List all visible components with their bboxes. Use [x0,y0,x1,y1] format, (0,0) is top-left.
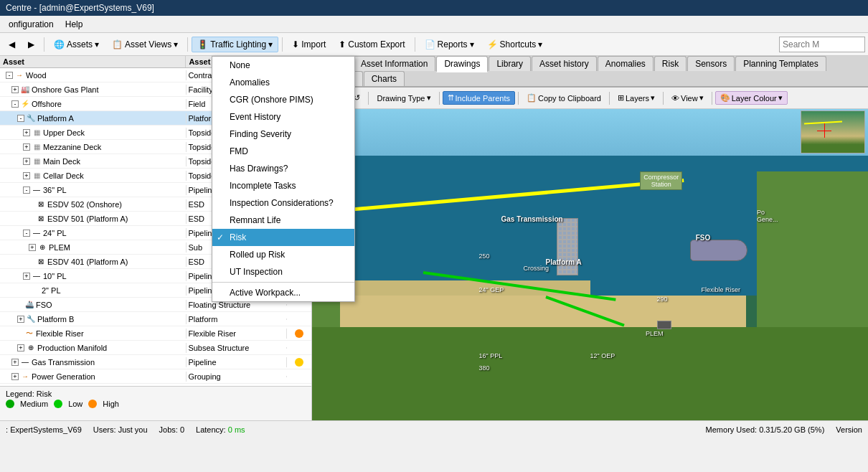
expand-cellardeck[interactable]: + [23,172,30,179]
dropdown-cgr[interactable]: CGR (Onshore PIMS) [212,91,354,108]
draw-sep3 [518,92,519,105]
nav-back-button[interactable]: ◀ [3,37,21,52]
dropdown-ut-inspection[interactable]: UT Inspection [212,263,354,280]
copy-clipboard-button[interactable]: 📋 Copy to Clipboard [522,91,606,105]
include-parents-button[interactable]: ⇈ Include Parents [443,91,515,105]
tab-anomalies[interactable]: Anomalies [598,56,654,71]
marker-290: 290 [657,296,668,303]
drawing-type-button[interactable]: Drawing Type ▾ [372,91,435,105]
pl24-label: 24" PL [43,229,67,237]
menu-help[interactable]: Help [60,18,89,31]
nav-forward-button[interactable]: ▶ [22,37,40,52]
status-latency: Latency: 0 ms [196,425,245,434]
globe-icon: 🌐 [54,39,65,49]
list-item[interactable]: + — Gas Transmission Pipeline [0,355,311,369]
tab-drawings[interactable]: Drawings [436,56,488,72]
expand-upperdeck[interactable]: + [23,129,30,136]
expand-manifold[interactable]: + [17,344,24,351]
menubar: onfiguration Help [0,16,868,33]
mezzdeck-label: Mezzanine Deck [43,143,101,151]
expand-24pl[interactable]: - [23,230,30,237]
upperdeck-icon: ▦ [32,128,42,138]
platformb-icon: 🔧 [26,314,36,324]
legend-items: Medium Low High [6,400,306,408]
legend-high-label: High [103,400,119,408]
plem-icon: ⊕ [37,242,47,252]
dropdown-incomplete-tasks[interactable]: Incomplete Tasks [212,177,354,194]
expand-platformb[interactable]: + [17,316,24,323]
dropdown-inspection[interactable]: Inspection Considerations? [212,194,354,212]
dropdown-rolled-up-risk[interactable]: Rolled up Risk [212,246,354,263]
asset-views-button[interactable]: 📋 Asset Views ▾ [106,37,184,52]
flexible-riser-map-label: Flexible Riser [702,286,741,293]
expand-powergen[interactable]: + [11,373,19,380]
esdv401-label: ESDV 401 (Platform A) [47,258,128,266]
check-icon: ✓ [217,232,224,242]
plem-label: PLEM [49,243,70,252]
view-icon: 👁 [671,94,679,103]
mezzdeck-icon: ▦ [32,142,42,152]
dropdown-anomalies[interactable]: Anomalies [212,74,354,91]
list-item[interactable]: + 🔧 Platform B Platform [0,312,311,326]
list-item[interactable]: 〜 Flexible Riser Flexible Riser [0,326,311,341]
legend-title: Legend: Risk [6,390,306,398]
tab-asset-info[interactable]: Asset Information [353,56,435,71]
expand-wood[interactable]: - [6,72,13,79]
fso-icon: 🚢 [24,300,34,310]
right-panel: Asset Asset Information Drawings Library… [312,56,868,420]
reports-button[interactable]: 📄 Reports ▾ [419,37,480,52]
layer-colour-button[interactable]: 🎨 Layer Colour ▾ [715,91,788,105]
separator-4 [415,37,415,52]
assets-button[interactable]: 🌐 Assets ▾ [48,37,105,52]
dropdown-fmd[interactable]: FMD [212,143,354,160]
expand-maindeck[interactable]: + [23,158,30,165]
expand-platforma[interactable]: - [17,115,24,122]
pl10-label: 10" PL [43,272,67,280]
custom-export-button[interactable]: ⬆ Custom Export [333,37,410,52]
list-item[interactable]: + ⊕ Production Manifold Subsea Structure [0,341,311,355]
asset-views-label: Asset Views [125,39,171,49]
platform-a-structure [557,218,578,275]
gastrans-label: Gas Transmission [32,358,95,367]
shortcuts-button[interactable]: ⚡ Shortcuts ▾ [481,37,549,52]
tab-asset-history[interactable]: Asset history [532,56,597,71]
drawing-area[interactable]: CompressorStation Platform A FSO PLEM Fl… [312,109,868,420]
list-item[interactable]: + → Power Generation Grouping [0,369,311,384]
import-button[interactable]: ⬇ Import [286,37,331,52]
dropdown-finding-severity[interactable]: Finding Severity [212,126,354,143]
dropdown-event-history[interactable]: Event History [212,108,354,126]
expand-gastrans[interactable]: + [11,359,19,366]
traffic-chevron: ▾ [268,39,273,49]
menu-configuration[interactable]: onfiguration [3,18,60,31]
tab-charts[interactable]: Charts [364,71,405,86]
tab-sensors[interactable]: Sensors [687,56,735,71]
assets-chevron: ▾ [95,39,99,49]
view-button[interactable]: 👁 View ▾ [666,91,709,105]
dropdown-risk[interactable]: ✓ Risk [212,229,354,246]
expand-36pl[interactable]: - [23,187,30,194]
tab-risk[interactable]: Risk [654,56,687,71]
dropdown-separator [212,282,354,283]
tab-library[interactable]: Library [489,56,531,71]
gastrans-map-label: Gas Transmission [501,215,563,223]
expand-offshore[interactable]: - [11,100,19,108]
offshore-icon: ⚡ [20,99,30,109]
legend-dot-high [88,400,97,408]
dropdown-remnant-life[interactable]: Remnant Life [212,212,354,229]
traffic-lighting-button[interactable]: 🚦 Traffic Lighting ▾ [192,37,278,52]
expand-mezzdeck[interactable]: + [23,143,30,151]
tab-planning[interactable]: Planning Templates [735,56,826,71]
plem-map-label: PLEM [646,330,664,337]
dropdown-none[interactable]: None [212,57,354,74]
legend-dot-medium [6,400,14,408]
status-system: : ExpertSystems_V69 [6,425,82,434]
dropdown-has-drawings[interactable]: Has Drawings? [212,160,354,177]
legend-title-text: Legend: Risk [6,390,52,398]
search-input[interactable] [779,37,865,52]
expand-plem[interactable]: + [29,244,36,251]
search-box [779,37,865,52]
dropdown-active-workpack[interactable]: Active Workpack... [212,284,354,301]
layers-button[interactable]: ⊞ Layers ▾ [613,91,660,105]
expand-10pl[interactable]: + [23,273,30,280]
expand-onshore[interactable]: + [11,86,19,93]
